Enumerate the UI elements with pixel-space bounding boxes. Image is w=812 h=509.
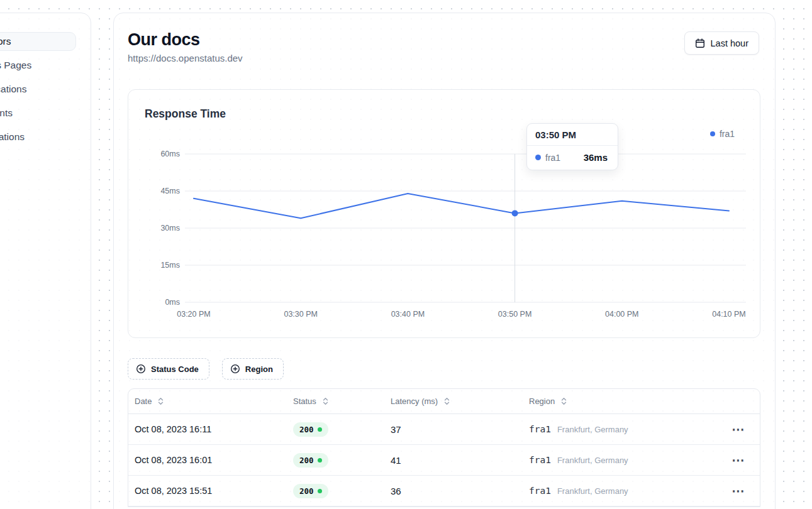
y-axis-tick: 0ms (165, 298, 180, 307)
status-badge: 200 (293, 484, 328, 498)
ellipsis-icon: ⋯ (732, 422, 745, 436)
sort-chevrons-icon (443, 397, 451, 406)
tooltip-value: 36ms (584, 152, 608, 163)
sidebar-item-label: Notifications (0, 84, 26, 95)
tooltip-series-label: fra1 (545, 153, 560, 163)
region-code: fra1 (529, 424, 551, 434)
sidebar: Monitors Status Pages Notifications Inci… (0, 13, 91, 509)
status-dot-icon (318, 458, 322, 462)
monitor-url: https://docs.openstatus.dev (128, 53, 243, 63)
page-header: Our docs https://docs.openstatus.dev Las… (128, 30, 759, 63)
plus-circle-icon (136, 364, 146, 374)
sort-chevrons-icon (321, 397, 330, 406)
sidebar-item-label: Integrations (0, 131, 25, 143)
calendar-icon (695, 38, 705, 48)
cell-region: fra1 Frankfurt, Germany (529, 486, 723, 496)
table-row[interactable]: Oct 08, 2023 15:51 200 36 fra1 Frankfurt… (128, 476, 760, 506)
column-header-label: Date (135, 397, 152, 406)
tooltip-row: fra1 36ms (527, 146, 618, 170)
sidebar-item-label: Status Pages (0, 60, 31, 71)
cell-latency: 36 (391, 486, 529, 496)
response-time-chart[interactable]: 0ms15ms30ms45ms60ms03:20 PM03:30 PM03:40… (128, 90, 761, 339)
y-axis-tick: 15ms (160, 261, 180, 270)
column-header-label: Latency (ms) (391, 397, 438, 406)
sidebar-nav: Monitors Status Pages Notifications Inci… (0, 32, 91, 146)
cell-region: fra1 Frankfurt, Germany (529, 424, 723, 434)
time-range-button[interactable]: Last hour (684, 31, 759, 55)
x-axis-tick: 03:50 PM (498, 310, 532, 319)
sort-chevrons-icon (560, 397, 568, 406)
x-axis-tick: 04:10 PM (712, 310, 746, 319)
cell-latency: 37 (391, 424, 529, 435)
filter-row: Status Code Region (128, 358, 759, 380)
x-axis-tick: 03:30 PM (284, 310, 318, 319)
tooltip-series-dot-icon (535, 155, 541, 160)
sidebar-item-status-pages[interactable]: Status Pages (0, 56, 76, 75)
sidebar-item-notifications[interactable]: Notifications (0, 80, 76, 99)
status-badge: 200 (293, 453, 328, 468)
cell-status: 200 (293, 422, 391, 437)
column-header-date[interactable]: Date (135, 397, 293, 406)
column-header-label: Region (529, 397, 555, 406)
active-point-dot (512, 211, 518, 217)
sidebar-item-label: Incidents (0, 107, 13, 119)
table-body: Oct 08, 2023 16:11 200 37 fra1 Frankfurt… (128, 414, 760, 506)
row-actions-button[interactable]: ⋯ (723, 451, 754, 469)
cell-region: fra1 Frankfurt, Germany (529, 455, 723, 465)
results-table: Date Status Latency (ms) Region Oct 08, … (128, 388, 760, 507)
cell-date: Oct 08, 2023 16:01 (135, 455, 293, 465)
time-range-label: Last hour (711, 38, 748, 48)
sort-chevrons-icon (157, 397, 165, 406)
status-badge: 200 (293, 422, 328, 437)
column-header-status[interactable]: Status (293, 397, 391, 406)
sidebar-item-label: Monitors (0, 36, 11, 47)
status-code: 200 (299, 425, 314, 434)
ellipsis-icon: ⋯ (732, 484, 745, 498)
region-name: Frankfurt, Germany (557, 486, 628, 496)
column-header-latency-ms-[interactable]: Latency (ms) (391, 397, 529, 406)
table-row[interactable]: Oct 08, 2023 16:01 200 41 fra1 Frankfurt… (128, 445, 760, 476)
filter-button-status-code[interactable]: Status Code (128, 358, 209, 380)
cell-status: 200 (293, 453, 391, 468)
table-row[interactable]: Oct 08, 2023 16:11 200 37 fra1 Frankfurt… (128, 414, 760, 445)
response-time-card: Response Time fra1 0ms15ms30ms45ms60ms03… (128, 89, 760, 338)
cell-date: Oct 08, 2023 15:51 (135, 486, 293, 496)
main-panel: Our docs https://docs.openstatus.dev Las… (113, 13, 776, 509)
row-actions-button[interactable]: ⋯ (723, 482, 754, 500)
region-code: fra1 (529, 455, 551, 465)
sidebar-item-monitors[interactable]: Monitors (0, 32, 76, 51)
region-code: fra1 (529, 486, 551, 496)
y-axis-tick: 45ms (160, 187, 180, 195)
table-header-row: Date Status Latency (ms) Region (128, 389, 760, 414)
x-axis-tick: 03:20 PM (177, 310, 211, 319)
status-code: 200 (299, 486, 314, 496)
y-axis-tick: 30ms (160, 224, 180, 233)
ellipsis-icon: ⋯ (732, 453, 745, 467)
sidebar-item-incidents[interactable]: Incidents (0, 104, 76, 123)
column-header-region[interactable]: Region (529, 397, 723, 406)
x-axis-tick: 04:00 PM (605, 310, 639, 319)
x-axis-tick: 03:40 PM (391, 310, 425, 319)
chart-tooltip: 03:50 PM fra1 36ms (526, 123, 618, 170)
cell-latency: 41 (391, 455, 529, 466)
cell-status: 200 (293, 484, 391, 498)
filter-button-region[interactable]: Region (222, 358, 284, 380)
region-name: Frankfurt, Germany (557, 425, 628, 434)
row-actions-button[interactable]: ⋯ (723, 420, 754, 438)
cell-date: Oct 08, 2023 16:11 (135, 424, 293, 434)
region-name: Frankfurt, Germany (557, 456, 628, 465)
monitor-heading: Our docs https://docs.openstatus.dev (128, 30, 243, 63)
column-header-label: Status (293, 397, 316, 406)
status-code: 200 (299, 456, 314, 465)
y-axis-tick: 60ms (160, 150, 180, 158)
filter-button-label: Status Code (151, 364, 199, 374)
plus-circle-icon (230, 364, 240, 374)
page-title: Our docs (128, 30, 243, 50)
status-dot-icon (318, 427, 322, 432)
dashboard-page: Monitors Status Pages Notifications Inci… (0, 0, 812, 509)
sidebar-item-integrations[interactable]: Integrations (0, 128, 76, 146)
status-dot-icon (318, 489, 322, 493)
tooltip-time: 03:50 PM (527, 124, 618, 146)
filter-button-label: Region (245, 364, 273, 374)
